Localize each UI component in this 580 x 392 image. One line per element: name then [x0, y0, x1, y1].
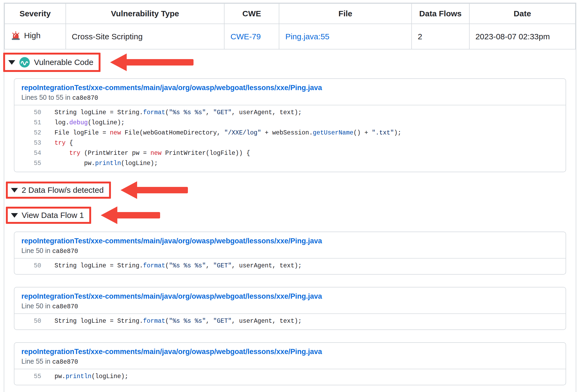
code-line: 53try { [14, 138, 566, 148]
snippet-line-range: Line 55 in ca8e870 [21, 358, 559, 366]
view-data-flow-1-label: View Data Flow 1 [22, 211, 84, 220]
col-header-date: Date [469, 3, 575, 24]
line-range-text: Line 50 in [21, 302, 52, 310]
line-number: 50 [14, 261, 41, 271]
line-number: 50 [14, 316, 41, 326]
annotation-arrow-icon [101, 206, 160, 224]
snippet-line-range: Lines 50 to 55 in ca8e870 [21, 94, 559, 102]
commit-hash: ca8e870 [52, 303, 78, 310]
code-line: 55 pw.println(logLine); [14, 158, 566, 168]
line-number: 53 [14, 138, 41, 148]
severity-cell: High [5, 24, 66, 49]
file-link[interactable]: Ping.java:55 [285, 32, 329, 41]
data-flow-step-snippet: repoIntegrationTest/xxe-comments/main/ja… [14, 287, 566, 330]
line-number: 55 [14, 158, 41, 168]
code-text: File logFile = new File(webGoatHomeDirec… [41, 128, 401, 138]
col-header-cwe: CWE [224, 3, 279, 24]
vulnerable-code-toggle[interactable]: Vulnerable Code [3, 53, 100, 72]
data-flows-cell: 2 [412, 24, 469, 49]
report-body: Vulnerable Code repoIntegrationTest/xxe-… [4, 53, 576, 392]
high-severity-siren-icon [11, 30, 21, 41]
code-block: 55pw.println(logLine); [14, 369, 566, 385]
data-flow-step-snippet: repoIntegrationTest/xxe-comments/main/ja… [14, 232, 566, 275]
line-number: 52 [14, 128, 41, 138]
scanner-logo-icon [19, 57, 30, 68]
code-block: 50String logLine = String.format("%s %s … [14, 314, 566, 329]
annotation-arrow-icon [110, 53, 194, 71]
line-range-text: Lines 50 to 55 in [21, 94, 72, 101]
data-flows-label: 2 Data Flow/s detected [22, 186, 104, 195]
code-text: pw.println(logLine); [41, 158, 158, 168]
view-data-flow-1-toggle[interactable]: View Data Flow 1 [6, 207, 91, 224]
vulnerable-code-snippet: repoIntegrationTest/xxe-comments/main/ja… [14, 78, 566, 172]
snippet-header: repoIntegrationTest/xxe-comments/main/ja… [14, 287, 566, 314]
annotation-arrow-icon [121, 181, 188, 199]
vulnerable-code-section-header: Vulnerable Code [14, 53, 566, 72]
line-range-text: Line 55 in [21, 358, 52, 365]
code-line: 51log.debug(logLine); [14, 118, 566, 128]
line-number: 55 [14, 371, 41, 382]
code-line: 55pw.println(logLine); [14, 371, 566, 382]
summary-header-row: Severity Vulnerability Type CWE File Dat… [5, 3, 575, 24]
col-header-data-flows: Data Flows [412, 3, 469, 24]
line-number: 51 [14, 118, 41, 128]
cwe-link[interactable]: CWE-79 [230, 32, 261, 41]
snippet-file-link[interactable]: repoIntegrationTest/xxe-comments/main/ja… [21, 348, 322, 356]
cwe-cell: CWE-79 [224, 24, 279, 49]
code-block: 50String logLine = String.format("%s %s … [14, 105, 566, 172]
line-range-text: Line 50 in [21, 247, 52, 254]
date-cell: 2023-08-07 02:33pm [469, 24, 575, 49]
code-text: try { [41, 138, 73, 148]
code-text: String logLine = String.format("%s %s %s… [41, 107, 302, 118]
line-number: 54 [14, 148, 41, 158]
snippet-line-range: Line 50 in ca8e870 [21, 302, 559, 310]
col-header-file: File [279, 3, 412, 24]
code-text: log.debug(logLine); [41, 118, 125, 128]
code-block: 50String logLine = String.format("%s %s … [14, 259, 566, 274]
snippet-header: repoIntegrationTest/xxe-comments/main/ja… [14, 79, 566, 105]
disclosure-down-icon [8, 60, 15, 65]
commit-hash: ca8e870 [52, 248, 78, 255]
snippet-line-range: Line 50 in ca8e870 [21, 247, 559, 255]
vulnerability-type-cell: Cross-Site Scripting [66, 24, 225, 49]
view-data-flow-1-header: View Data Flow 1 [14, 206, 566, 224]
data-flow-step-snippet: repoIntegrationTest/xxe-comments/main/ja… [14, 342, 566, 385]
code-line: 50String logLine = String.format("%s %s … [14, 107, 566, 118]
code-line: 50String logLine = String.format("%s %s … [14, 316, 566, 326]
disclosure-down-icon [11, 188, 18, 193]
vulnerability-report: Severity Vulnerability Type CWE File Dat… [4, 3, 576, 392]
snippet-header: repoIntegrationTest/xxe-comments/main/ja… [14, 343, 566, 369]
code-line: 54 try (PrintWriter pw = new PrintWriter… [14, 148, 566, 158]
line-number: 50 [14, 107, 41, 118]
data-flows-section-header: 2 Data Flow/s detected [14, 181, 566, 199]
snippet-file-link[interactable]: repoIntegrationTest/xxe-comments/main/ja… [21, 84, 322, 92]
disclosure-down-icon [11, 213, 18, 218]
code-text: String logLine = String.format("%s %s %s… [41, 316, 302, 326]
code-text: String logLine = String.format("%s %s %s… [41, 261, 302, 271]
data-flows-toggle[interactable]: 2 Data Flow/s detected [6, 182, 111, 199]
snippet-header: repoIntegrationTest/xxe-comments/main/ja… [14, 232, 566, 259]
code-text: try (PrintWriter pw = new PrintWriter(lo… [41, 148, 250, 158]
commit-hash: ca8e870 [72, 95, 98, 102]
commit-hash: ca8e870 [52, 359, 78, 366]
code-line: 52File logFile = new File(webGoatHomeDir… [14, 128, 566, 138]
finding-row: High Cross-Site Scripting CWE-79 Ping.ja… [5, 24, 575, 49]
code-text: pw.println(logLine); [41, 371, 128, 382]
severity-label: High [24, 31, 41, 40]
snippet-file-link[interactable]: repoIntegrationTest/xxe-comments/main/ja… [21, 237, 322, 245]
col-header-severity: Severity [5, 3, 66, 24]
code-line: 50String logLine = String.format("%s %s … [14, 261, 566, 271]
col-header-vulnerability-type: Vulnerability Type [66, 3, 225, 24]
summary-table: Severity Vulnerability Type CWE File Dat… [4, 3, 576, 49]
snippet-file-link[interactable]: repoIntegrationTest/xxe-comments/main/ja… [21, 292, 322, 301]
file-cell: Ping.java:55 [279, 24, 412, 49]
vulnerable-code-label: Vulnerable Code [34, 58, 93, 67]
